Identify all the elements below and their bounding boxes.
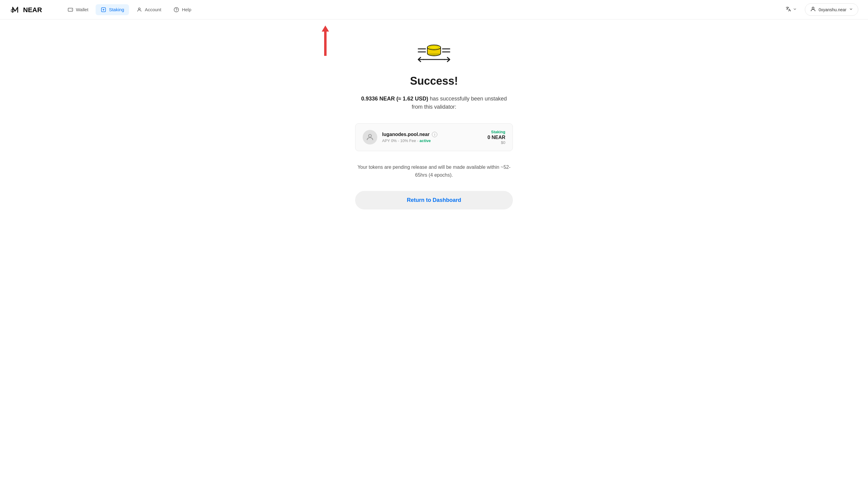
validator-right: Staking 0 NEAR $0 xyxy=(487,130,505,145)
validator-name-row: luganodes.pool.near i xyxy=(382,132,437,137)
validator-left: luganodes.pool.near i APY 0% - 10% Fee -… xyxy=(363,130,437,145)
svg-point-5 xyxy=(138,8,140,10)
validator-card: luganodes.pool.near i APY 0% - 10% Fee -… xyxy=(355,123,513,151)
logo-area[interactable]: ⬡ NEAR xyxy=(10,4,50,15)
near-wordmark: NEAR xyxy=(23,5,50,15)
translate-icon xyxy=(785,6,792,13)
svg-text:⬡: ⬡ xyxy=(10,8,14,13)
nav-links: Wallet Staking Account xyxy=(63,4,782,15)
arrow-head xyxy=(322,25,329,31)
active-status-badge: active xyxy=(419,138,431,143)
svg-point-8 xyxy=(812,7,814,9)
arrow-line xyxy=(322,25,329,56)
wallet-icon xyxy=(67,7,73,13)
validator-info-icon[interactable]: i xyxy=(432,132,437,137)
account-chevron-icon xyxy=(849,7,853,12)
success-title: Success! xyxy=(410,75,458,87)
validator-avatar xyxy=(363,130,377,145)
validator-info: luganodes.pool.near i APY 0% - 10% Fee -… xyxy=(382,132,437,143)
account-name: 0xyanshu.near xyxy=(819,7,846,12)
near-logo-icon: ⬡ xyxy=(10,4,21,15)
pending-message: Your tokens are pending release and will… xyxy=(355,163,513,179)
transaction-icon xyxy=(416,38,452,65)
account-icon xyxy=(136,7,142,13)
arrow-indicator xyxy=(322,25,329,56)
staking-icon xyxy=(101,7,107,13)
nav-staking[interactable]: Staking xyxy=(96,4,129,15)
unstake-amount: 0.9336 NEAR (≈ 1.62 USD) xyxy=(361,95,428,102)
staking-label: Staking xyxy=(487,130,505,134)
account-button[interactable]: 0xyanshu.near xyxy=(805,3,858,16)
nav-right: 0xyanshu.near xyxy=(782,3,858,16)
staking-usd: $0 xyxy=(487,140,505,145)
validator-apy: APY 0% - 10% Fee - active xyxy=(382,138,437,143)
wallet-label: Wallet xyxy=(76,7,88,12)
staking-amount: 0 NEAR xyxy=(487,135,505,140)
success-description: 0.9336 NEAR (≈ 1.62 USD) has successfull… xyxy=(355,95,513,111)
navbar: ⬡ NEAR Wallet Staking xyxy=(0,0,868,19)
nav-account[interactable]: Account xyxy=(131,4,166,15)
svg-point-7 xyxy=(176,10,177,11)
return-to-dashboard-button[interactable]: Return to Dashboard xyxy=(355,191,513,210)
chevron-down-icon xyxy=(793,7,797,12)
arrow-stem xyxy=(324,31,327,56)
validator-name: luganodes.pool.near xyxy=(382,132,429,137)
language-selector[interactable] xyxy=(782,4,800,15)
apy-fee-text: APY 0% - 10% Fee - xyxy=(382,138,419,143)
svg-text:NEAR: NEAR xyxy=(23,6,42,14)
account-label: Account xyxy=(145,7,161,12)
help-label: Help xyxy=(182,7,191,12)
svg-rect-3 xyxy=(68,8,73,11)
nav-wallet[interactable]: Wallet xyxy=(63,4,93,15)
main-content: Success! 0.9336 NEAR (≈ 1.62 USD) has su… xyxy=(297,19,571,234)
help-icon xyxy=(173,7,179,13)
unstake-animation-icon xyxy=(416,38,452,65)
svg-point-20 xyxy=(369,134,371,137)
nav-help[interactable]: Help xyxy=(169,4,196,15)
user-icon xyxy=(810,6,816,13)
staking-label: Staking xyxy=(109,7,124,12)
